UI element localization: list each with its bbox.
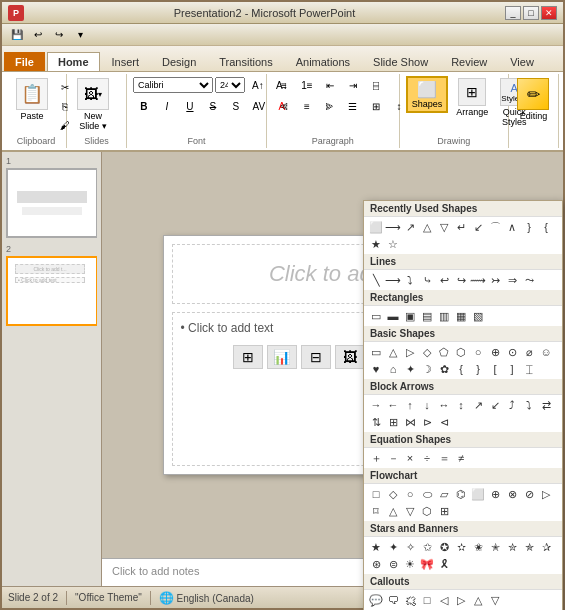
numbering-button[interactable]: 1≡ (296, 76, 318, 94)
shape-button[interactable]: { (453, 361, 469, 377)
align-center-button[interactable]: ≡ (296, 97, 318, 115)
shape-button[interactable]: ⊙ (504, 344, 520, 360)
shape-button[interactable]: ↙ (487, 397, 503, 413)
shape-button[interactable]: △ (385, 503, 401, 519)
shape-button[interactable]: ▧ (470, 308, 486, 324)
shape-button[interactable]: ⬜ (470, 486, 486, 502)
shape-button[interactable]: ↵ (453, 219, 469, 235)
shape-button[interactable]: ▽ (402, 503, 418, 519)
shape-button[interactable]: ⊛ (368, 556, 384, 572)
shape-button[interactable]: ↩ (436, 272, 452, 288)
shape-button[interactable]: ⬜ (368, 219, 384, 235)
minimize-button[interactable]: _ (505, 6, 521, 20)
shape-button[interactable]: ☽ (419, 361, 435, 377)
shape-button[interactable]: ∧ (504, 219, 520, 235)
increase-font-button[interactable]: A↑ (247, 76, 269, 94)
shape-button[interactable]: △ (385, 344, 401, 360)
paste-button[interactable]: 📋 Paste (12, 76, 52, 123)
shape-button[interactable]: ▽ (436, 219, 452, 235)
picture-icon[interactable]: 🖼 (335, 345, 365, 369)
shape-button[interactable]: ✦ (385, 539, 401, 555)
tab-home[interactable]: Home (47, 52, 100, 71)
shape-button[interactable]: 🗨 (385, 592, 401, 608)
shape-button[interactable]: [ (487, 361, 503, 377)
shape-button[interactable]: ✩ (419, 539, 435, 555)
shape-button[interactable]: ✦ (402, 361, 418, 377)
shape-button[interactable]: ⌀ (521, 344, 537, 360)
shape-button[interactable]: ⇅ (368, 414, 384, 430)
shape-button[interactable]: 💬 (368, 592, 384, 608)
shape-button[interactable]: ⊳ (419, 414, 435, 430)
underline-button[interactable]: U (179, 97, 201, 115)
shape-button[interactable]: ◇ (385, 486, 401, 502)
shape-button[interactable]: ✭ (487, 539, 503, 555)
shape-button[interactable]: ↔ (436, 397, 452, 413)
close-button[interactable]: ✕ (541, 6, 557, 20)
shapes-button[interactable]: ⬜ Shapes (406, 76, 449, 113)
shape-button[interactable]: ▣ (402, 308, 418, 324)
shape-button[interactable]: } (470, 361, 486, 377)
shape-button[interactable]: ▷ (538, 486, 554, 502)
shape-button[interactable]: △ (470, 592, 486, 608)
save-button[interactable]: 💾 (8, 27, 26, 43)
shape-button[interactable]: ↗ (402, 219, 418, 235)
chart-icon[interactable]: 📊 (267, 345, 297, 369)
undo-button[interactable]: ↩ (29, 27, 47, 43)
shape-button[interactable]: ◇ (419, 344, 435, 360)
shape-button[interactable]: ] (504, 361, 520, 377)
shape-button[interactable]: } (521, 219, 537, 235)
tab-view[interactable]: View (499, 52, 545, 71)
shape-button[interactable]: ⟶ (385, 272, 401, 288)
shape-button[interactable]: － (385, 450, 401, 466)
shape-button[interactable]: ⬠ (436, 344, 452, 360)
shape-button[interactable]: ⟶ (385, 219, 401, 235)
smart-art-icon[interactable]: ⊟ (301, 345, 331, 369)
shape-button[interactable]: ⇄ (538, 397, 554, 413)
shape-button[interactable]: ♥ (368, 361, 384, 377)
shape-button[interactable]: ⊲ (436, 414, 452, 430)
tab-insert[interactable]: Insert (101, 52, 151, 71)
shape-button[interactable]: → (368, 397, 384, 413)
tab-design[interactable]: Design (151, 52, 207, 71)
slide-2-thumb[interactable]: Click to add t... • Click to add text (6, 256, 97, 326)
shape-button[interactable]: ↑ (402, 397, 418, 413)
align-left-button[interactable]: ⫷ (273, 97, 295, 115)
shape-button[interactable]: ⟿ (470, 272, 486, 288)
shape-button[interactable]: □ (419, 592, 435, 608)
shape-button[interactable]: ☀ (402, 556, 418, 572)
slide-1-thumb[interactable] (6, 168, 97, 238)
shape-button[interactable]: ⬭ (419, 486, 435, 502)
shape-button[interactable]: ▭ (368, 344, 384, 360)
italic-button[interactable]: I (156, 97, 178, 115)
shape-button[interactable]: ★ (368, 236, 384, 252)
shape-button[interactable]: ⊞ (436, 503, 452, 519)
shape-button[interactable]: ↪ (453, 272, 469, 288)
arrange-button[interactable]: ⊞ Arrange (452, 76, 492, 119)
shape-button[interactable]: 🗯 (402, 592, 418, 608)
new-slide-button[interactable]: 🖼▾ NewSlide ▾ (73, 76, 113, 133)
shape-button[interactable]: ⤳ (521, 272, 537, 288)
shape-button[interactable]: ⬡ (453, 344, 469, 360)
shape-button[interactable]: □ (368, 486, 384, 502)
decrease-indent-button[interactable]: ⇤ (319, 76, 341, 94)
shape-button[interactable]: ⌶ (521, 361, 537, 377)
shape-button[interactable]: △ (419, 219, 435, 235)
shape-button[interactable]: ↙ (470, 219, 486, 235)
shape-button[interactable]: ⌬ (453, 486, 469, 502)
shape-button[interactable]: ＝ (436, 450, 452, 466)
shape-button[interactable]: ↓ (419, 397, 435, 413)
shape-button[interactable]: ◁ (436, 592, 452, 608)
shadow-button[interactable]: S (225, 97, 247, 115)
shape-button[interactable]: ⬡ (419, 503, 435, 519)
table-icon[interactable]: ⊞ (233, 345, 263, 369)
shape-button[interactable]: ⤵ (402, 272, 418, 288)
shape-button[interactable]: ○ (470, 344, 486, 360)
font-size-select[interactable]: 24 (215, 77, 245, 93)
shape-button[interactable]: ☆ (385, 236, 401, 252)
shape-button[interactable]: ✫ (453, 539, 469, 555)
shape-button[interactable]: ╲ (368, 272, 384, 288)
shape-button[interactable]: ✮ (504, 539, 520, 555)
tab-animations[interactable]: Animations (285, 52, 361, 71)
shape-button[interactable]: ⊗ (504, 486, 520, 502)
shape-button[interactable]: ▬ (385, 308, 401, 324)
